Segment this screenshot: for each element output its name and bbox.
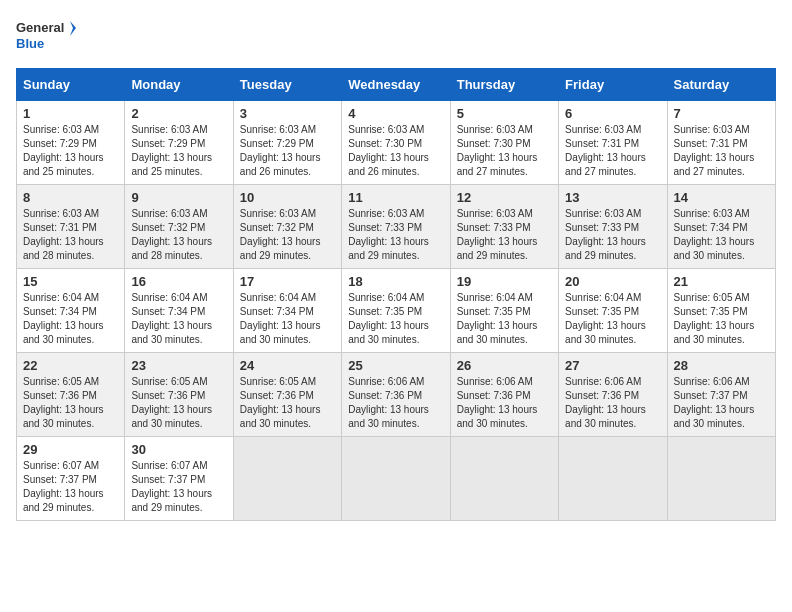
day-cell: 16Sunrise: 6:04 AMSunset: 7:34 PMDayligh… [125,269,233,353]
day-cell [233,437,341,521]
day-number: 29 [23,442,118,457]
day-cell: 9Sunrise: 6:03 AMSunset: 7:32 PMDaylight… [125,185,233,269]
day-cell: 17Sunrise: 6:04 AMSunset: 7:34 PMDayligh… [233,269,341,353]
day-cell: 30Sunrise: 6:07 AMSunset: 7:37 PMDayligh… [125,437,233,521]
day-cell: 24Sunrise: 6:05 AMSunset: 7:36 PMDayligh… [233,353,341,437]
svg-marker-2 [70,21,76,36]
day-cell: 19Sunrise: 6:04 AMSunset: 7:35 PMDayligh… [450,269,558,353]
day-cell: 13Sunrise: 6:03 AMSunset: 7:33 PMDayligh… [559,185,667,269]
day-number: 30 [131,442,226,457]
day-number: 11 [348,190,443,205]
day-cell: 23Sunrise: 6:05 AMSunset: 7:36 PMDayligh… [125,353,233,437]
day-cell: 7Sunrise: 6:03 AMSunset: 7:31 PMDaylight… [667,101,775,185]
weekday-header-tuesday: Tuesday [233,69,341,101]
day-number: 18 [348,274,443,289]
day-info: Sunrise: 6:03 AMSunset: 7:33 PMDaylight:… [565,207,660,263]
day-info: Sunrise: 6:03 AMSunset: 7:30 PMDaylight:… [348,123,443,179]
svg-text:General: General [16,20,64,35]
calendar: SundayMondayTuesdayWednesdayThursdayFrid… [16,68,776,521]
day-number: 10 [240,190,335,205]
day-cell [450,437,558,521]
day-cell: 8Sunrise: 6:03 AMSunset: 7:31 PMDaylight… [17,185,125,269]
day-number: 13 [565,190,660,205]
day-cell: 14Sunrise: 6:03 AMSunset: 7:34 PMDayligh… [667,185,775,269]
day-cell: 22Sunrise: 6:05 AMSunset: 7:36 PMDayligh… [17,353,125,437]
day-info: Sunrise: 6:06 AMSunset: 7:36 PMDaylight:… [348,375,443,431]
day-info: Sunrise: 6:03 AMSunset: 7:33 PMDaylight:… [348,207,443,263]
day-info: Sunrise: 6:03 AMSunset: 7:29 PMDaylight:… [240,123,335,179]
day-info: Sunrise: 6:03 AMSunset: 7:30 PMDaylight:… [457,123,552,179]
day-cell: 15Sunrise: 6:04 AMSunset: 7:34 PMDayligh… [17,269,125,353]
day-cell: 5Sunrise: 6:03 AMSunset: 7:30 PMDaylight… [450,101,558,185]
day-number: 26 [457,358,552,373]
day-info: Sunrise: 6:03 AMSunset: 7:31 PMDaylight:… [23,207,118,263]
day-cell: 29Sunrise: 6:07 AMSunset: 7:37 PMDayligh… [17,437,125,521]
day-cell: 6Sunrise: 6:03 AMSunset: 7:31 PMDaylight… [559,101,667,185]
day-cell: 28Sunrise: 6:06 AMSunset: 7:37 PMDayligh… [667,353,775,437]
day-info: Sunrise: 6:03 AMSunset: 7:32 PMDaylight:… [240,207,335,263]
day-info: Sunrise: 6:04 AMSunset: 7:35 PMDaylight:… [457,291,552,347]
day-number: 19 [457,274,552,289]
weekday-header-row: SundayMondayTuesdayWednesdayThursdayFrid… [17,69,776,101]
day-cell: 27Sunrise: 6:06 AMSunset: 7:36 PMDayligh… [559,353,667,437]
day-number: 7 [674,106,769,121]
day-info: Sunrise: 6:06 AMSunset: 7:36 PMDaylight:… [565,375,660,431]
day-cell: 20Sunrise: 6:04 AMSunset: 7:35 PMDayligh… [559,269,667,353]
day-info: Sunrise: 6:03 AMSunset: 7:32 PMDaylight:… [131,207,226,263]
day-cell: 18Sunrise: 6:04 AMSunset: 7:35 PMDayligh… [342,269,450,353]
weekday-header-wednesday: Wednesday [342,69,450,101]
weekday-header-monday: Monday [125,69,233,101]
day-info: Sunrise: 6:03 AMSunset: 7:29 PMDaylight:… [23,123,118,179]
day-number: 21 [674,274,769,289]
day-info: Sunrise: 6:06 AMSunset: 7:36 PMDaylight:… [457,375,552,431]
day-number: 24 [240,358,335,373]
weekday-header-friday: Friday [559,69,667,101]
week-row-4: 22Sunrise: 6:05 AMSunset: 7:36 PMDayligh… [17,353,776,437]
logo-svg: General Blue [16,16,76,56]
day-info: Sunrise: 6:06 AMSunset: 7:37 PMDaylight:… [674,375,769,431]
day-number: 16 [131,274,226,289]
day-number: 4 [348,106,443,121]
weekday-header-saturday: Saturday [667,69,775,101]
day-number: 1 [23,106,118,121]
day-info: Sunrise: 6:04 AMSunset: 7:35 PMDaylight:… [348,291,443,347]
day-cell: 25Sunrise: 6:06 AMSunset: 7:36 PMDayligh… [342,353,450,437]
day-info: Sunrise: 6:03 AMSunset: 7:34 PMDaylight:… [674,207,769,263]
day-number: 27 [565,358,660,373]
day-info: Sunrise: 6:05 AMSunset: 7:36 PMDaylight:… [23,375,118,431]
week-row-2: 8Sunrise: 6:03 AMSunset: 7:31 PMDaylight… [17,185,776,269]
day-cell: 1Sunrise: 6:03 AMSunset: 7:29 PMDaylight… [17,101,125,185]
day-number: 25 [348,358,443,373]
day-cell: 2Sunrise: 6:03 AMSunset: 7:29 PMDaylight… [125,101,233,185]
week-row-1: 1Sunrise: 6:03 AMSunset: 7:29 PMDaylight… [17,101,776,185]
day-cell: 21Sunrise: 6:05 AMSunset: 7:35 PMDayligh… [667,269,775,353]
week-row-3: 15Sunrise: 6:04 AMSunset: 7:34 PMDayligh… [17,269,776,353]
day-info: Sunrise: 6:04 AMSunset: 7:34 PMDaylight:… [240,291,335,347]
day-cell: 12Sunrise: 6:03 AMSunset: 7:33 PMDayligh… [450,185,558,269]
day-info: Sunrise: 6:04 AMSunset: 7:34 PMDaylight:… [131,291,226,347]
day-info: Sunrise: 6:04 AMSunset: 7:35 PMDaylight:… [565,291,660,347]
day-cell [667,437,775,521]
day-cell: 10Sunrise: 6:03 AMSunset: 7:32 PMDayligh… [233,185,341,269]
day-number: 9 [131,190,226,205]
day-info: Sunrise: 6:05 AMSunset: 7:36 PMDaylight:… [131,375,226,431]
day-number: 15 [23,274,118,289]
day-number: 2 [131,106,226,121]
day-number: 22 [23,358,118,373]
day-number: 3 [240,106,335,121]
weekday-header-thursday: Thursday [450,69,558,101]
day-cell [559,437,667,521]
day-info: Sunrise: 6:04 AMSunset: 7:34 PMDaylight:… [23,291,118,347]
day-info: Sunrise: 6:05 AMSunset: 7:35 PMDaylight:… [674,291,769,347]
day-info: Sunrise: 6:03 AMSunset: 7:29 PMDaylight:… [131,123,226,179]
day-number: 14 [674,190,769,205]
weekday-header-sunday: Sunday [17,69,125,101]
logo: General Blue [16,16,76,56]
day-number: 6 [565,106,660,121]
day-info: Sunrise: 6:05 AMSunset: 7:36 PMDaylight:… [240,375,335,431]
day-cell: 26Sunrise: 6:06 AMSunset: 7:36 PMDayligh… [450,353,558,437]
day-number: 28 [674,358,769,373]
svg-text:Blue: Blue [16,36,44,51]
day-number: 17 [240,274,335,289]
day-number: 5 [457,106,552,121]
